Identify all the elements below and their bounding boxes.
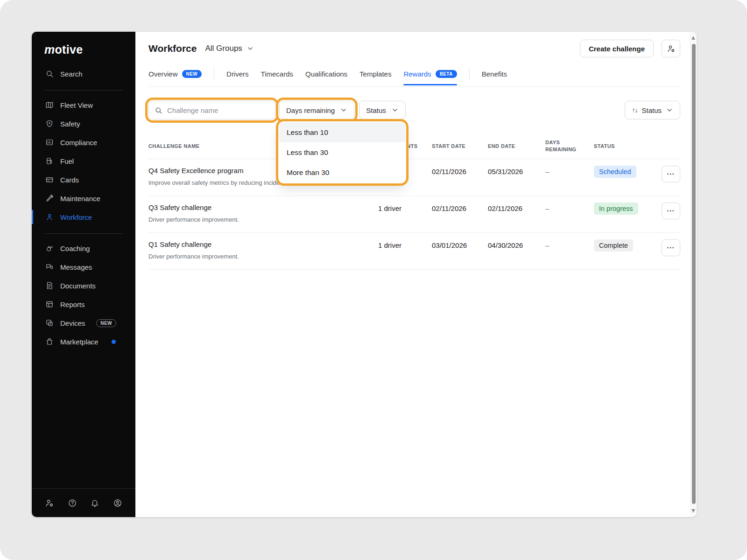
help-icon[interactable] [68,498,77,508]
compliance-chart-icon [45,138,54,147]
days-remaining-dropdown-menu: Less than 10 Less than 30 More than 30 [279,122,405,182]
participants-cell: 1 driver [369,240,423,249]
manage-access-button[interactable] [662,40,680,57]
sidebar-item-cards[interactable]: Cards [32,170,135,189]
more-actions-button[interactable]: ··· [662,203,680,219]
create-challenge-button[interactable]: Create challenge [580,40,654,57]
challenge-name-cell: Q1 Safety challenge Driver performance i… [148,240,369,260]
document-icon [45,281,54,290]
notifications-bell-icon[interactable] [90,498,99,508]
status-badge: In progress [594,203,638,215]
table-header-row: Challenge name Participants Start date E… [148,135,680,159]
tab-overview[interactable]: Overview NEW [148,70,202,85]
sidebar-divider [44,233,123,234]
wrench-icon [45,194,54,203]
group-filter-dropdown[interactable]: All Groups [205,44,254,53]
admin-person-gear-icon[interactable] [45,498,54,508]
table-row: Q1 Safety challenge Driver performance i… [148,233,680,270]
sidebar-item-coaching[interactable]: Coaching [32,239,135,258]
devices-new-badge: NEW [96,319,116,327]
more-actions-button[interactable]: ··· [662,239,680,256]
search-icon [155,106,162,114]
chevron-down-icon [391,106,399,114]
tab-divider [469,68,470,80]
fuel-pump-icon [45,157,54,165]
end-date-cell: 04/30/2026 [479,240,536,249]
status-badge: Complete [594,239,633,252]
chat-bubbles-icon [45,263,54,271]
days-remaining-cell: – [536,203,585,212]
whistle-icon [45,244,54,252]
sidebar-item-search[interactable]: Search [32,64,135,83]
report-layout-icon [45,300,54,308]
app-window: motive Search Fleet View Safety Complian… [32,32,697,517]
sidebar-item-fleet-view[interactable]: Fleet View [32,96,135,114]
column-header-start-date: Start date [423,143,479,149]
chevron-down-icon [666,106,673,114]
status-filter[interactable]: Status [359,101,406,119]
tab-benefits[interactable]: Benefits [482,70,507,85]
account-icon[interactable] [113,498,122,508]
chevron-down-icon [340,106,347,114]
page-header: Workforce All Groups Create challenge [148,39,680,58]
tab-templates[interactable]: Templates [359,70,391,85]
start-date-cell: 03/01/2026 [423,240,479,249]
menu-option-less-than-30[interactable]: Less than 30 [279,142,405,162]
sidebar-item-workforce[interactable]: Workforce [32,208,135,226]
sidebar-item-compliance[interactable]: Compliance [32,133,135,152]
marketplace-notification-dot [112,340,116,344]
active-indicator-bar [32,210,33,224]
sidebar-item-fuel[interactable]: Fuel [32,152,135,170]
column-header-days-remaining: Days remaining [536,139,585,153]
table-row: Q4 Safety Excellence program Improve ove… [148,159,680,196]
sidebar-divider [44,90,123,91]
filter-bar: Days remaining Status ↑↓ Status [148,101,680,119]
sidebar-item-messages[interactable]: Messages [32,258,135,276]
devices-icon [45,319,54,327]
column-header-status: Status [585,143,652,149]
challenge-name-search[interactable] [148,101,275,119]
page-title: Workforce [148,43,197,54]
start-date-cell: 02/11/2026 [423,167,479,175]
credit-card-icon [45,175,54,184]
tab-qualifications[interactable]: Qualifications [305,70,347,85]
sidebar-item-safety[interactable]: Safety [32,114,135,133]
days-remaining-filter[interactable]: Days remaining [279,101,354,119]
map-icon [45,101,54,109]
challenge-name-input[interactable] [167,106,269,114]
new-badge: NEW [182,70,202,78]
sidebar-item-marketplace[interactable]: Marketplace [32,332,135,351]
table-row: Q3 Safety challenge Driver performance i… [148,196,680,233]
menu-option-less-than-10[interactable]: Less than 10 [279,122,405,142]
tab-timecards[interactable]: Timecards [261,70,293,85]
motive-logo: motive [44,43,135,56]
beta-badge: BETA [436,70,457,78]
scroll-up-arrow[interactable] [691,36,695,40]
tab-divider [214,68,214,80]
desktop-background: motive Search Fleet View Safety Complian… [0,0,747,560]
tab-rewards[interactable]: Rewards BETA [403,70,457,85]
shopping-bag-icon [45,337,54,346]
days-remaining-cell: – [536,240,585,249]
sidebar-item-devices[interactable]: Devices NEW [32,314,135,332]
column-header-end-date: End date [479,143,536,149]
status-badge: Scheduled [594,166,636,178]
sidebar-item-reports[interactable]: Reports [32,295,135,314]
tab-bar: Overview NEW Drivers Timecards Qualifica… [148,68,680,87]
vertical-scrollbar[interactable] [690,32,697,517]
scroll-down-arrow[interactable] [691,509,695,513]
chevron-down-icon [247,45,254,52]
challenge-name-cell: Q3 Safety challenge Driver performance i… [148,203,369,223]
participants-cell: 1 driver [369,203,423,212]
tab-drivers[interactable]: Drivers [226,70,249,85]
shield-icon [45,119,54,128]
end-date-cell: 05/31/2026 [479,167,536,175]
sidebar: motive Search Fleet View Safety Complian… [32,32,135,517]
more-actions-button[interactable]: ··· [662,166,680,182]
sidebar-item-documents[interactable]: Documents [32,276,135,295]
person-icon [45,213,54,221]
sort-by-button[interactable]: ↑↓ Status [625,101,680,119]
menu-option-more-than-30[interactable]: More than 30 [279,162,405,182]
scrollbar-thumb[interactable] [692,44,696,504]
sidebar-item-maintenance[interactable]: Maintenance [32,189,135,208]
